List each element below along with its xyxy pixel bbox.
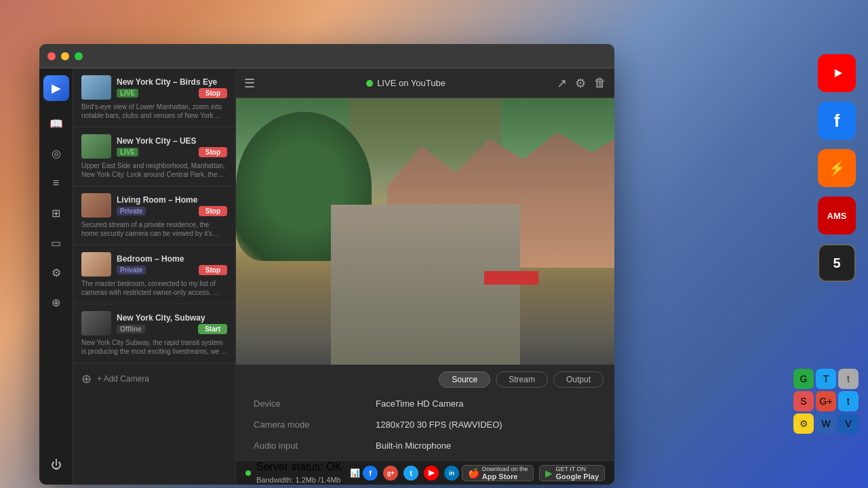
sidebar-item-location[interactable]: ◎ [43, 140, 69, 166]
camera-desc-3: The master bedroom, connected to my list… [81, 279, 227, 297]
status-dot [245, 470, 251, 476]
camera-name-2: Living Room – Home [117, 195, 227, 205]
camera-thumb-0 [81, 75, 111, 100]
camera-status-row-2: Private Stop [117, 206, 227, 216]
camera-item-0[interactable]: New York City – Birds Eye LIVE Stop Bird… [73, 68, 235, 127]
social-facebook[interactable]: f [363, 466, 378, 481]
camera-mode-value: 868x488 30 FPS (RAWVIDEO) [376, 417, 597, 432]
camera-info-3: Bedroom – Home Private Stop [117, 254, 227, 275]
download-on-text: Download on the [482, 466, 528, 472]
add-camera-button[interactable]: ⊕ + Add Camera [73, 363, 235, 394]
details-grid: Device FaceTime HD Camera Camera mode 12… [247, 396, 604, 453]
add-camera-icon: ⊕ [81, 371, 92, 386]
camera-thumb-2 [81, 193, 111, 218]
camera-item-2[interactable]: Living Room – Home Private Stop Secured … [73, 186, 235, 245]
mini-icon-blue[interactable]: T [816, 369, 836, 389]
add-camera-label: + Add Camera [97, 374, 149, 384]
google-play-text: GET IT ON Google Play [555, 466, 599, 481]
mini-icon-twitter[interactable]: t [838, 391, 859, 411]
camera-item-1[interactable]: New York City – UES LIVE Stop Upper East… [73, 127, 235, 186]
camera-item-3[interactable]: Bedroom – Home Private Stop The master b… [73, 245, 235, 304]
social-linkedin[interactable]: in [444, 466, 459, 481]
audio-input-value: Built-in Microphone [376, 438, 597, 453]
camera-info-0: New York City – Birds Eye LIVE Stop [117, 77, 227, 98]
live-dot [366, 80, 373, 87]
camera-action-3[interactable]: Stop [199, 265, 227, 275]
camera-name-1: New York City – UES [117, 136, 227, 146]
live-indicator: LIVE on YouTube [262, 78, 550, 88]
app-store-name: App Store [482, 472, 528, 481]
bandwidth-icon: 📊 [350, 468, 360, 478]
sidebar-item-book[interactable]: 📖 [43, 110, 69, 136]
status-text: Server status: OK Bandwidth: 1.2Mb /1.4M… [256, 461, 342, 485]
social-google[interactable]: g+ [383, 466, 398, 481]
sidebar-item-power[interactable]: ⏻ [43, 452, 69, 478]
sidebar-item-add[interactable]: ⊕ [43, 289, 69, 315]
sidebar-icons: ▶ 📖 ◎ ≡ ⊞ ▭ ⚙ ⊕ ⏻ [39, 68, 73, 485]
maximize-button[interactable] [75, 52, 83, 60]
menu-icon[interactable]: ☰ [244, 76, 255, 91]
svg-text:⚡: ⚡ [829, 160, 846, 176]
desktop-icon-facebook[interactable]: f [818, 102, 856, 140]
camera-thumb-4 [81, 311, 111, 336]
camera-action-0[interactable]: Stop [199, 88, 227, 98]
settings-button[interactable]: ⚙ [575, 76, 586, 91]
camera-mode-label: Camera mode [254, 417, 376, 432]
camera-status-4: Offline [117, 325, 145, 333]
main-content: ☰ LIVE on YouTube ↗ ⚙ 🗑 [236, 68, 614, 485]
social-icons: f g+ t ▶ in [363, 466, 459, 481]
share-button[interactable]: ↗ [557, 76, 567, 91]
mini-icon-yellow[interactable]: ⚙ [793, 413, 814, 434]
social-twitter[interactable]: t [403, 466, 418, 481]
desktop-icon-ams[interactable]: AMS [818, 197, 856, 235]
camera-status-row-4: Offline Start [117, 324, 227, 334]
mini-icon-red[interactable]: S [793, 391, 814, 411]
camera-list: New York City – Birds Eye LIVE Stop Bird… [73, 68, 236, 485]
camera-info-1: New York City – UES LIVE Stop [117, 136, 227, 157]
app-store-button[interactable]: 🍎 Download on the App Store [462, 465, 534, 481]
tab-stream[interactable]: Stream [496, 371, 548, 388]
sidebar-item-settings[interactable]: ⚙ [43, 260, 69, 285]
camera-action-1[interactable]: Stop [199, 147, 227, 157]
camera-item-4[interactable]: New York City, Subway Offline Start New … [73, 304, 235, 363]
camera-desc-2: Secured stream of a private residence, t… [81, 220, 227, 238]
mini-icon-v[interactable]: V [838, 413, 859, 434]
camera-info-4: New York City, Subway Offline Start [117, 313, 227, 334]
top-actions: ↗ ⚙ 🗑 [557, 76, 606, 91]
mini-icon-wp[interactable]: W [816, 413, 836, 434]
close-button[interactable] [47, 52, 56, 60]
mini-icon-green[interactable]: G [793, 369, 814, 389]
camera-status-3: Private [117, 266, 146, 274]
bandwidth-text: Bandwidth: 1.2Mb /1.4Mb [256, 476, 341, 484]
sidebar-item-logo[interactable]: ▶ [43, 75, 69, 101]
sidebar-item-list[interactable]: ≡ [43, 170, 69, 196]
camera-action-2[interactable]: Stop [199, 206, 227, 216]
social-youtube[interactable]: ▶ [424, 466, 439, 481]
awning-visual [484, 271, 538, 285]
video-frame [236, 98, 614, 365]
camera-status-2: Private [117, 207, 146, 216]
mini-icon-google[interactable]: G+ [816, 391, 836, 411]
app-store-text: Download on the App Store [482, 466, 528, 481]
mini-icon-gray[interactable]: t [838, 369, 859, 389]
tab-source[interactable]: Source [439, 371, 490, 388]
tab-output[interactable]: Output [553, 371, 604, 388]
status-left: Server status: OK Bandwidth: 1.2Mb /1.4M… [245, 461, 360, 485]
desktop-icons-bottom: G T t S G+ t ⚙ W V [793, 369, 859, 434]
desktop-icon-youtube[interactable] [818, 54, 856, 92]
get-it-on-text: GET IT ON [555, 466, 599, 472]
camera-thumb-3 [81, 252, 111, 277]
google-play-button[interactable]: ▶ GET IT ON Google Play [539, 465, 605, 481]
bottom-panel: Source Stream Output Device FaceTime HD … [236, 365, 614, 460]
device-value: FaceTime HD Camera [376, 396, 597, 411]
camera-desc-0: Bird's-eye view of Lower Manhattan, zoom… [81, 102, 227, 120]
app-body: ▶ 📖 ◎ ≡ ⊞ ▭ ⚙ ⊕ ⏻ New York City – Birds … [39, 68, 614, 485]
delete-button[interactable]: 🗑 [594, 76, 606, 90]
sidebar-item-video[interactable]: ▭ [43, 230, 69, 256]
minimize-button[interactable] [61, 52, 69, 60]
camera-action-4[interactable]: Start [198, 324, 227, 334]
sidebar-item-grid[interactable]: ⊞ [43, 200, 69, 226]
desktop-icon-thunder[interactable]: ⚡ [818, 149, 856, 187]
camera-desc-1: Upper East Side and neighborhood, Manhat… [81, 161, 227, 179]
desktop-icon-s5[interactable]: 5 [818, 244, 856, 282]
